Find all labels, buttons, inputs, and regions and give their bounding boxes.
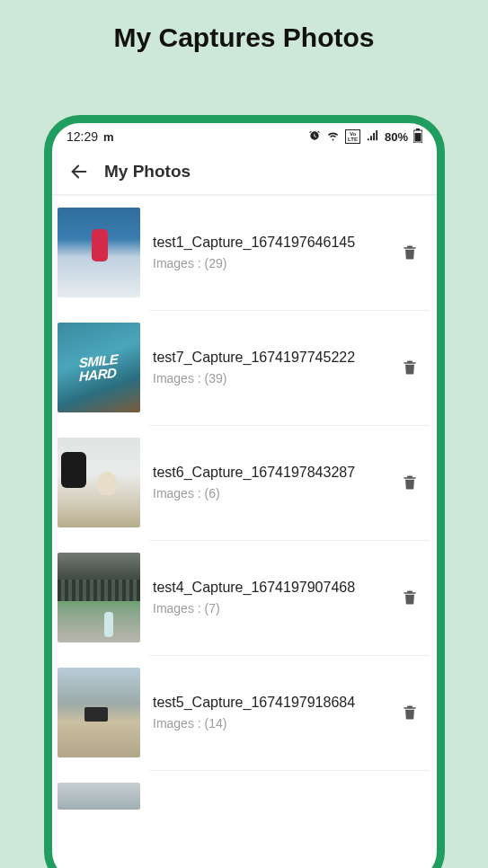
delete-button[interactable] [394, 236, 426, 269]
thumbnail [58, 208, 140, 297]
thumbnail [58, 438, 140, 527]
trash-icon [401, 358, 419, 377]
capture-list[interactable]: test1_Capture_1674197646145 Images : (29… [52, 195, 437, 868]
page-title: My Captures Photos [0, 0, 488, 71]
thumbnail [58, 668, 140, 757]
wifi-icon [326, 128, 340, 145]
phone-screen: 12:29 m Vo LTE 80% [52, 123, 437, 868]
item-content: test1_Capture_1674197646145 Images : (29… [153, 235, 394, 270]
item-subtitle: Images : (29) [153, 256, 394, 270]
item-subtitle: Images : (6) [153, 486, 394, 500]
list-item[interactable]: test4_Capture_1674197907468 Images : (7) [52, 540, 437, 655]
item-content: test5_Capture_1674197918684 Images : (14… [153, 695, 394, 731]
item-content: test4_Capture_1674197907468 Images : (7) [153, 580, 394, 616]
item-title: test6_Capture_1674197843287 [153, 465, 394, 481]
back-arrow-icon [69, 162, 89, 182]
battery-icon [413, 128, 422, 146]
delete-button[interactable] [394, 466, 426, 499]
thumbnail [58, 553, 140, 642]
item-content: test7_Capture_1674197745222 Images : (39… [153, 350, 394, 385]
svg-rect-2 [415, 133, 421, 142]
item-subtitle: Images : (7) [153, 601, 394, 616]
delete-button[interactable] [394, 696, 426, 729]
list-item[interactable] [52, 770, 437, 822]
phone-frame: 12:29 m Vo LTE 80% [44, 115, 445, 868]
delete-button[interactable] [394, 581, 426, 614]
statusbar-right: Vo LTE 80% [308, 128, 422, 146]
trash-icon [401, 703, 419, 722]
list-item[interactable]: test5_Capture_1674197918684 Images : (14… [52, 655, 437, 770]
thumbnail [58, 783, 140, 810]
list-item[interactable]: test1_Capture_1674197646145 Images : (29… [52, 195, 437, 310]
volte-icon: Vo LTE [345, 129, 360, 144]
item-title: test5_Capture_1674197918684 [153, 695, 394, 711]
item-title: test4_Capture_1674197907468 [153, 580, 394, 596]
appbar: My Photos [52, 148, 437, 195]
trash-icon [401, 243, 419, 262]
battery-percentage: 80% [385, 130, 408, 144]
trash-icon [401, 588, 419, 607]
item-content: test6_Capture_1674197843287 Images : (6) [153, 465, 394, 500]
back-button[interactable] [61, 154, 97, 190]
list-item[interactable]: test6_Capture_1674197843287 Images : (6) [52, 425, 437, 540]
statusbar-time: 12:29 [67, 129, 98, 144]
statusbar: 12:29 m Vo LTE 80% [52, 123, 437, 148]
statusbar-carrier-icon: m [103, 130, 114, 144]
alarm-icon [308, 129, 321, 145]
trash-icon [401, 473, 419, 492]
item-subtitle: Images : (39) [153, 371, 394, 385]
item-subtitle: Images : (14) [153, 716, 394, 731]
thumbnail: SMILEHARD [58, 323, 140, 412]
item-title: test7_Capture_1674197745222 [153, 350, 394, 366]
appbar-title: My Photos [104, 162, 191, 182]
list-item[interactable]: SMILEHARD test7_Capture_1674197745222 Im… [52, 310, 437, 425]
delete-button[interactable] [394, 351, 426, 384]
item-title: test1_Capture_1674197646145 [153, 235, 394, 251]
signal-icon [366, 128, 379, 145]
